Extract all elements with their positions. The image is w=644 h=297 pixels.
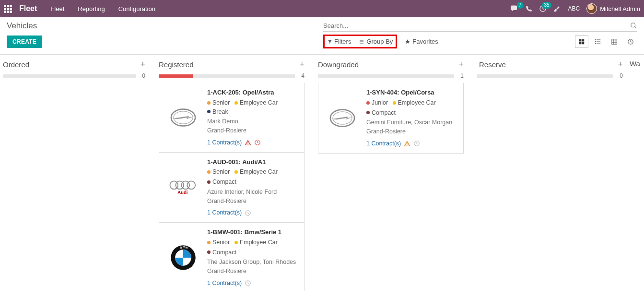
- menu-fleet[interactable]: Fleet: [50, 5, 64, 12]
- svg-text:B: B: [180, 246, 182, 249]
- favorites-button[interactable]: Favorites: [405, 38, 438, 45]
- card-driver: Azure Interior, Nicole Ford: [207, 188, 299, 197]
- filters-button[interactable]: Filters: [328, 38, 351, 45]
- column-ordered: Ordered + 0: [0, 55, 152, 291]
- page-title: Vehicles: [7, 21, 323, 31]
- top-nav: Fleet Fleet Reporting Configuration 7 35…: [0, 0, 644, 17]
- column-progress-bar[interactable]: [477, 74, 613, 78]
- svg-text:W: W: [185, 246, 188, 249]
- card-location: Grand-Rosiere: [207, 267, 299, 276]
- add-card-icon[interactable]: +: [140, 59, 145, 70]
- brand-logo-opel: [318, 88, 366, 148]
- chat-badge: 7: [517, 2, 524, 9]
- column-registered: Registered + 4 1-ACK-205: Opel/Astra Sen…: [152, 55, 311, 291]
- column-title[interactable]: Registered: [159, 60, 194, 69]
- contracts-link[interactable]: 1 Contract(s): [207, 279, 242, 288]
- warning-icon: [404, 140, 410, 147]
- activity-icon[interactable]: [245, 210, 251, 216]
- activity-icon[interactable]: [413, 140, 420, 147]
- card-title: 1-SYN-404: Opel/Corsa: [366, 88, 458, 97]
- vehicle-card[interactable]: Audi 1-AUD-001: Audi/A1 Senior Employee …: [159, 153, 304, 223]
- svg-point-28: [187, 181, 195, 190]
- card-driver: Mark Demo: [207, 117, 299, 126]
- svg-line-2: [634, 26, 636, 28]
- column-downgraded: Downgraded + 1 1-SYN-404: Opel/Corsa Jun…: [311, 55, 470, 291]
- search-input[interactable]: [323, 22, 630, 29]
- svg-text:M: M: [183, 245, 185, 248]
- vehicle-card[interactable]: 1-ACK-205: Opel/Astra Senior Employee Ca…: [159, 83, 304, 153]
- card-driver: Gemini Furniture, Oscar Morgan: [366, 118, 458, 127]
- view-switcher: [575, 36, 637, 48]
- svg-text:Audi: Audi: [177, 190, 187, 195]
- user-menu[interactable]: Mitchell Admin: [600, 5, 640, 12]
- card-location: Grand-Rosiere: [366, 127, 458, 136]
- column-progress-bar[interactable]: [3, 74, 136, 78]
- column-progress-bar[interactable]: [318, 74, 454, 78]
- svg-rect-9: [582, 42, 585, 44]
- vehicle-card[interactable]: BMW 1-BMW-001: Bmw/Serie 1 Senior Employ…: [159, 223, 304, 291]
- svg-rect-8: [579, 42, 582, 44]
- list-view-button[interactable]: [591, 36, 605, 48]
- svg-point-13: [595, 39, 596, 40]
- activity-icon[interactable]: [254, 139, 261, 146]
- column-title[interactable]: Ordered: [3, 60, 29, 69]
- tools-icon[interactable]: [553, 5, 561, 12]
- svg-point-15: [595, 43, 596, 44]
- column-title[interactable]: Reserve: [479, 60, 506, 69]
- svg-rect-16: [612, 39, 617, 44]
- activity-icon[interactable]: [245, 280, 251, 286]
- activity-view-button[interactable]: [624, 36, 637, 48]
- svg-rect-7: [582, 39, 585, 41]
- warning-icon: [245, 139, 251, 146]
- app-brand[interactable]: Fleet: [19, 4, 37, 13]
- control-panel: Vehicles CREATE Filters Group By: [0, 17, 644, 48]
- phone-icon[interactable]: [526, 5, 532, 12]
- clock-badge: 35: [542, 2, 551, 9]
- card-title: 1-AUD-001: Audi/A1: [207, 157, 299, 167]
- star-icon: [405, 39, 410, 45]
- menu-configuration[interactable]: Configuration: [118, 5, 155, 12]
- svg-rect-6: [579, 39, 582, 41]
- column-reserve: Reserve + 0: [470, 55, 630, 291]
- svg-point-1: [631, 23, 635, 27]
- list-icon: [359, 39, 364, 44]
- search-icon[interactable]: [630, 22, 637, 29]
- svg-point-14: [595, 41, 596, 42]
- menu-reporting[interactable]: Reporting: [78, 5, 105, 12]
- kanban-view-button[interactable]: [575, 36, 588, 48]
- create-button[interactable]: CREATE: [7, 36, 42, 48]
- brand-logo-opel: [159, 88, 207, 147]
- add-card-icon[interactable]: +: [618, 59, 623, 70]
- column-title[interactable]: Wa: [630, 59, 640, 68]
- avatar[interactable]: [586, 3, 597, 14]
- column-count: 0: [618, 72, 623, 79]
- filter-icon: [328, 39, 332, 44]
- column-count: 0: [141, 72, 145, 79]
- card-location: Grand-Rosiere: [207, 126, 299, 135]
- brand-logo-bmw: BMW: [159, 227, 207, 288]
- contracts-link[interactable]: 1 Contract(s): [366, 139, 401, 148]
- add-card-icon[interactable]: +: [458, 59, 464, 70]
- chat-icon[interactable]: 7: [510, 5, 519, 12]
- apps-icon[interactable]: [4, 5, 13, 13]
- column-waiting-peek: Wa: [630, 55, 644, 291]
- add-card-icon[interactable]: +: [299, 59, 304, 70]
- clock-icon[interactable]: 35: [539, 5, 547, 12]
- card-title: 1-ACK-205: Opel/Astra: [207, 88, 299, 97]
- pivot-view-button[interactable]: [608, 36, 621, 48]
- filters-label: Filters: [334, 38, 351, 45]
- vehicle-card[interactable]: 1-SYN-404: Opel/Corsa Junior Employee Ca…: [318, 83, 464, 154]
- kanban-board: Ordered + 0 Registered + 4 1-ACK-205: Op…: [0, 55, 644, 291]
- card-location: Grand-Rosiere: [207, 197, 299, 206]
- favorites-label: Favorites: [412, 38, 438, 45]
- column-count: 1: [459, 72, 464, 79]
- groupby-button[interactable]: Group By: [359, 38, 393, 45]
- company-selector[interactable]: ABC: [568, 5, 580, 12]
- card-driver: The Jackson Group, Toni Rhodes: [207, 258, 299, 267]
- column-progress-bar[interactable]: [159, 74, 295, 78]
- contracts-link[interactable]: 1 Contract(s): [207, 138, 242, 147]
- brand-logo-audi: Audi: [159, 157, 207, 218]
- contracts-link[interactable]: 1 Contract(s): [207, 208, 242, 217]
- column-title[interactable]: Downgraded: [318, 60, 359, 69]
- card-title: 1-BMW-001: Bmw/Serie 1: [207, 227, 299, 237]
